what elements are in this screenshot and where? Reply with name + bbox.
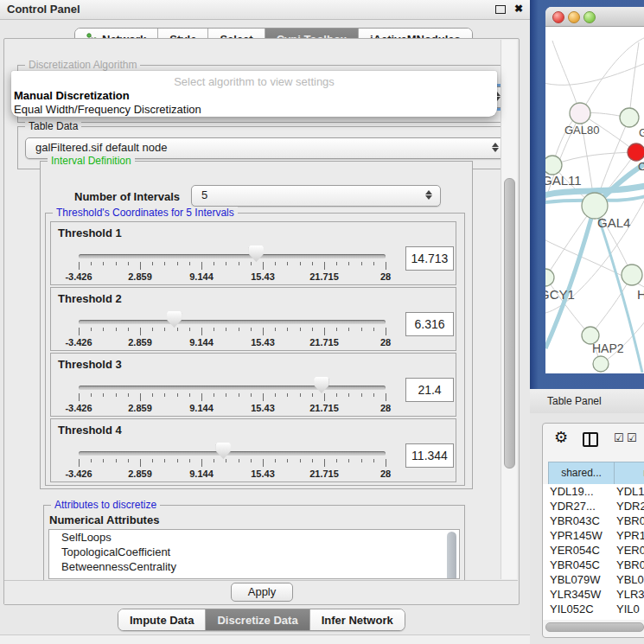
panel-scrollbar-thumb[interactable] <box>504 178 515 469</box>
cell: YER0 <box>616 543 644 558</box>
network-edge[interactable] <box>629 42 639 118</box>
cell: YDL19... <box>550 484 594 499</box>
tick-mark <box>128 328 129 331</box>
network-edge[interactable] <box>545 63 644 85</box>
network-canvas[interactable]: GAL80GCGAL11GAL4GCY1HHAP2 <box>545 27 644 373</box>
horizontal-scrollbar[interactable] <box>545 622 644 632</box>
tick-label: 9.144 <box>189 337 214 348</box>
threshold-label: Threshold 2 <box>58 292 122 305</box>
tick-mark <box>348 262 349 265</box>
zoom-traffic-light-icon[interactable] <box>583 11 596 23</box>
dropdown-item-equal-width[interactable]: Equal Width/Frequency Discretization <box>14 103 201 116</box>
table-row[interactable]: YPR145WYPR1 <box>543 528 644 543</box>
tick-mark <box>214 393 214 397</box>
close-icon[interactable]: ✖ <box>514 3 523 15</box>
tick-label: 9.144 <box>189 271 214 282</box>
threshold-label: Threshold 3 <box>58 358 122 371</box>
list-item[interactable]: BetweennessCentrality <box>49 559 459 574</box>
tick-label: 21.715 <box>309 469 339 479</box>
tick-mark <box>373 459 374 462</box>
network-node[interactable] <box>593 356 609 372</box>
cell: YBL079W <box>550 572 601 587</box>
tick-mark <box>312 328 313 331</box>
table-row[interactable]: YLR345WYLR3 <box>543 587 644 602</box>
network-node-label: H <box>637 287 644 302</box>
threshold-value-field[interactable]: 11.344 <box>405 443 454 468</box>
tab-label: Infer Network <box>322 614 393 627</box>
list-scrollbar[interactable] <box>447 532 456 579</box>
dropdown-item-manual-discretization[interactable]: Manual Discretization <box>14 89 130 102</box>
threshold-label: Threshold 4 <box>58 424 122 437</box>
tick-mark <box>263 262 264 270</box>
tick-mark <box>177 262 178 265</box>
network-node[interactable] <box>628 143 644 161</box>
float-panel-icon[interactable] <box>495 5 506 14</box>
close-traffic-light-icon[interactable] <box>552 11 564 23</box>
tick-mark <box>300 459 301 462</box>
network-edge[interactable] <box>552 41 580 113</box>
network-node[interactable] <box>545 156 562 175</box>
threshold-panel-3: Threshold 3 -3.4262.8599.14415.4321.7152… <box>50 353 456 417</box>
network-node[interactable] <box>545 269 554 286</box>
tick-mark <box>324 393 325 401</box>
tick-mark <box>361 393 362 397</box>
tab-impute-data[interactable]: Impute Data <box>118 609 206 630</box>
tick-mark <box>239 262 239 265</box>
network-edge[interactable] <box>552 152 636 165</box>
table-row[interactable]: YIL052CYIL0 <box>543 602 644 616</box>
threshold-value-field[interactable]: 14.713 <box>405 246 454 271</box>
table-row[interactable]: YDL19...YDL1 <box>543 484 644 499</box>
threshold-slider-track[interactable] <box>79 386 386 390</box>
cell: YLR345W <box>550 587 601 602</box>
tick-mark <box>251 393 252 397</box>
tick-mark <box>140 328 141 335</box>
table-row[interactable]: YER054CYER0 <box>543 543 644 558</box>
column-layout-icon[interactable] <box>583 432 598 447</box>
column-header-shared-name[interactable]: shared... <box>548 462 615 485</box>
table-row[interactable]: YBR045CYBR0 <box>543 558 644 572</box>
tick-label: -3.426 <box>65 337 92 348</box>
tick-mark <box>226 262 226 265</box>
cell: YBL0 <box>616 572 644 587</box>
tick-mark <box>189 459 190 462</box>
network-node[interactable] <box>622 265 642 285</box>
table-panel-title: Table Panel <box>547 395 602 407</box>
table-row[interactable]: YBR043CYBR0 <box>543 513 644 528</box>
network-node[interactable] <box>620 108 639 127</box>
gear-icon[interactable]: ⚙ <box>554 430 568 445</box>
threshold-value-field[interactable]: 21.4 <box>405 378 454 402</box>
threshold-slider-track[interactable] <box>79 254 386 258</box>
apply-button[interactable]: Apply <box>231 583 293 602</box>
tick-mark <box>361 459 362 462</box>
threshold-slider-track[interactable] <box>79 320 386 324</box>
tick-mark <box>226 393 226 397</box>
table-row[interactable]: YDR27...YDR2 <box>543 499 644 513</box>
tick-label: 15.43 <box>251 271 275 282</box>
tab-discretize-data[interactable]: Discretize Data <box>206 609 309 630</box>
tick-mark <box>275 328 276 331</box>
tick-label: 2.859 <box>128 403 152 413</box>
minimize-traffic-light-icon[interactable] <box>568 11 580 23</box>
threshold-value-field[interactable]: 6.316 <box>405 312 454 336</box>
checkbox-icon[interactable]: ☑ <box>627 431 637 444</box>
column-header-name[interactable]: na <box>614 462 644 485</box>
list-item[interactable]: SelfLoops <box>49 530 459 545</box>
threshold-coordinates-title: Threshold's Coordinates for 5 Intervals <box>53 207 238 219</box>
tick-mark <box>201 459 202 467</box>
tick-label: 21.715 <box>309 271 339 282</box>
tab-infer-network[interactable]: Infer Network <box>310 609 405 630</box>
threshold-slider-track[interactable] <box>79 451 386 456</box>
tick-mark <box>300 262 301 265</box>
tick-mark <box>275 393 276 397</box>
tick-mark <box>164 393 165 397</box>
tick-mark <box>300 393 301 397</box>
tick-label: 28 <box>380 403 391 413</box>
number-of-intervals-value: 5 <box>201 188 207 201</box>
panel-scrollbar[interactable] <box>501 40 517 579</box>
network-node-label: HAP2 <box>592 341 624 355</box>
table-row[interactable]: YBL079WYBL0 <box>543 572 644 587</box>
checkbox-icon[interactable]: ☑ <box>614 431 624 444</box>
list-item[interactable]: TopologicalCoefficient <box>49 545 459 559</box>
network-node[interactable] <box>570 103 590 124</box>
number-of-intervals-spinner[interactable]: 5 <box>191 185 441 207</box>
